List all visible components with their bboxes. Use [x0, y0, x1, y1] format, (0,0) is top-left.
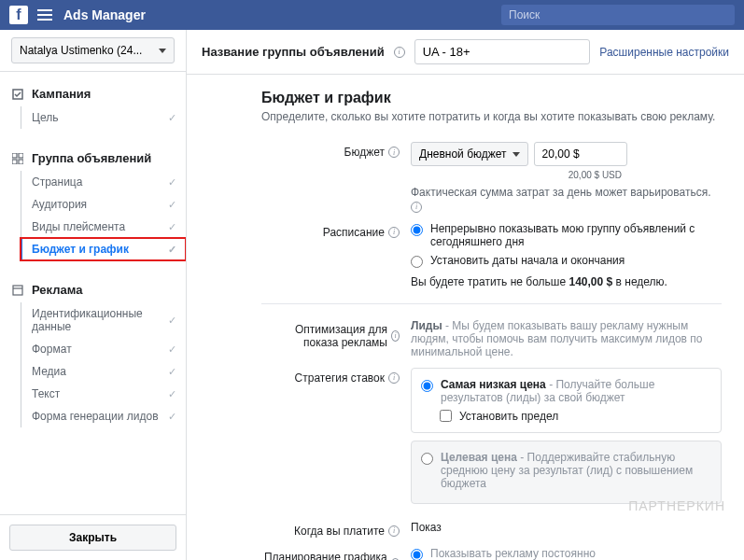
nav-section-adset[interactable]: Группа объявлений	[0, 146, 186, 171]
budget-label: Бюджет	[344, 146, 385, 159]
check-icon: ✓	[168, 315, 176, 327]
nav-section-campaign[interactable]: Кампания	[0, 81, 186, 106]
nav-item-goal[interactable]: Цель ✓	[21, 106, 186, 129]
svg-rect-2	[19, 153, 23, 158]
nav-item-audience[interactable]: Аудитория ✓	[21, 193, 186, 216]
account-label: Natalya Ustimenko (24...	[20, 44, 142, 57]
check-icon: ✓	[168, 112, 176, 124]
account-dropdown[interactable]: Natalya Ustimenko (24...	[11, 37, 175, 63]
info-icon[interactable]: i	[388, 372, 400, 384]
nav-item-lead-form[interactable]: Форма генерации лидов ✓	[21, 405, 186, 427]
bid-cap-option[interactable]: Установить предел	[440, 410, 711, 423]
check-icon: ✓	[168, 199, 176, 211]
schedule-continuous-radio[interactable]	[411, 224, 423, 236]
info-icon[interactable]: i	[394, 47, 405, 58]
schedule-label: Расписание	[323, 226, 385, 239]
charge-value: Показ	[411, 521, 722, 534]
section-desc: Определите, сколько вы хотите потратить …	[261, 110, 722, 123]
adset-icon	[11, 152, 24, 165]
check-icon: ✓	[168, 343, 176, 356]
campaign-icon	[11, 88, 24, 101]
check-icon: ✓	[168, 221, 176, 233]
schedule-dates-option[interactable]: Установить даты начала и окончания	[411, 254, 722, 268]
info-icon[interactable]: i	[411, 202, 422, 213]
ad-icon	[11, 284, 24, 297]
budget-usd-note: 20,00 $ USD	[411, 170, 622, 180]
nav-item-budget[interactable]: Бюджет и график ✓	[21, 238, 186, 260]
hamburger-icon[interactable]	[37, 7, 52, 23]
adset-name-input[interactable]	[414, 39, 591, 64]
bid-lowest-cost-radio[interactable]	[421, 380, 433, 392]
bid-target-cost-radio[interactable]	[421, 453, 433, 465]
advanced-settings-link[interactable]: Расширенные настройки	[599, 46, 729, 59]
svg-rect-3	[12, 160, 17, 164]
info-icon[interactable]: i	[388, 147, 400, 158]
caret-down-icon	[512, 152, 520, 157]
check-icon: ✓	[168, 244, 176, 256]
charge-label: Когда вы платите	[294, 525, 385, 538]
bid-strategy-label: Стратегия ставок	[295, 371, 385, 385]
schedule-continuous-option[interactable]: Непрерывно показывать мою группу объявле…	[411, 222, 722, 248]
info-icon[interactable]: i	[391, 330, 400, 342]
bid-lowest-cost-option[interactable]: Самая низкая цена - Получайте больше рез…	[421, 378, 711, 404]
svg-rect-4	[19, 160, 23, 164]
adset-name-label: Название группы объявлений	[202, 45, 385, 59]
budget-amount-input[interactable]	[534, 142, 627, 166]
facebook-logo[interactable]: f	[9, 6, 28, 24]
ad-schedule-always-option[interactable]: Показывать рекламу постоянно	[411, 547, 722, 561]
app-title: Ads Manager	[63, 7, 501, 22]
budget-type-dropdown[interactable]: Дневной бюджет	[411, 142, 528, 166]
info-icon[interactable]: i	[388, 227, 400, 238]
search-input[interactable]	[509, 8, 727, 21]
svg-rect-5	[13, 286, 22, 295]
bid-target-cost-option[interactable]: Целевая цена - Поддерживайте стабильную …	[421, 451, 711, 490]
ad-schedule-always-radio[interactable]	[411, 549, 423, 561]
nav-item-placements[interactable]: Виды плейсмента ✓	[21, 216, 186, 238]
watermark: ПАРТНЕРКИН	[628, 498, 725, 513]
nav-item-identity[interactable]: Идентификационные данные ✓	[21, 302, 186, 338]
nav-item-page[interactable]: Страница ✓	[21, 171, 186, 193]
optimization-label: Оптимизация для показа рекламы	[261, 323, 387, 349]
nav-section-ad[interactable]: Реклама	[0, 277, 186, 302]
section-title: Бюджет и график	[261, 90, 722, 106]
check-icon: ✓	[168, 411, 176, 423]
bid-cap-checkbox[interactable]	[440, 410, 452, 422]
schedule-dates-radio[interactable]	[411, 256, 423, 268]
weekly-spend-note: Вы будете тратить не больше 140,00 $ в н…	[411, 275, 722, 288]
check-icon: ✓	[168, 176, 176, 189]
svg-rect-1	[12, 153, 17, 158]
info-icon[interactable]: i	[388, 525, 400, 537]
check-icon: ✓	[168, 366, 176, 378]
nav-item-media[interactable]: Медиа ✓	[21, 360, 186, 383]
nav-item-text[interactable]: Текст ✓	[21, 383, 186, 405]
optimization-value: Лиды - Мы будем показывать вашу рекламу …	[411, 319, 722, 358]
budget-vary-note: Фактическая сумма затрат за день может в…	[411, 186, 710, 199]
check-icon: ✓	[168, 388, 176, 400]
nav-item-format[interactable]: Формат ✓	[21, 338, 186, 360]
close-button[interactable]: Закрыть	[9, 525, 176, 551]
ad-scheduling-label: Планирование графика рекламы	[261, 551, 387, 561]
caret-down-icon	[159, 49, 166, 53]
search-box[interactable]	[501, 5, 735, 25]
